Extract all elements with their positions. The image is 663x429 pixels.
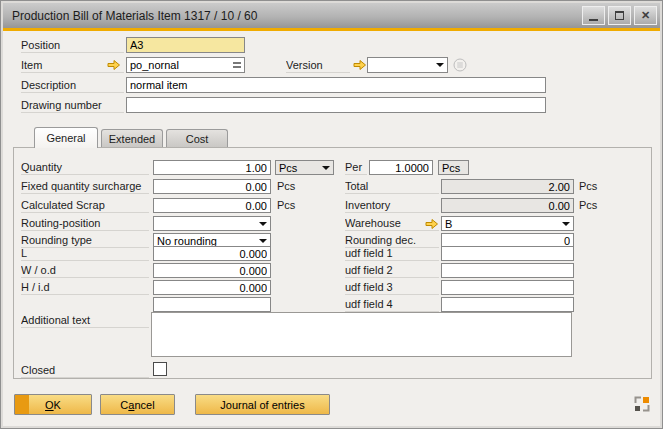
per-uom-box: Pcs <box>438 160 469 175</box>
link-arrow-icon[interactable] <box>107 59 121 71</box>
choose-from-list-icon[interactable] <box>233 62 241 68</box>
close-button[interactable]: ✕ <box>634 6 657 25</box>
udf-field-3-label: udf field 3 <box>345 280 439 295</box>
version-label: Version <box>286 58 350 73</box>
width-od-label: W / o.d <box>21 263 149 278</box>
quantity-label: Quantity <box>21 160 149 175</box>
position-label: Position <box>21 38 124 53</box>
item-field[interactable]: po_nornal <box>126 57 245 73</box>
version-dropdown[interactable] <box>367 57 448 73</box>
extra-dimension-field[interactable] <box>153 297 271 312</box>
height-id-label: H / i.d <box>21 280 149 295</box>
routing-position-label: Routing-position <box>21 216 149 231</box>
length-label: L <box>21 246 149 261</box>
total-field: 2.00 <box>441 179 574 194</box>
closed-label: Closed <box>21 363 149 378</box>
warehouse-dropdown[interactable]: B <box>441 216 574 231</box>
window-title: Production Bill of Materials Item 1317 /… <box>3 9 257 23</box>
additional-text-input[interactable] <box>151 312 572 357</box>
link-arrow-icon[interactable] <box>425 218 439 230</box>
udf-field-1-label: udf field 1 <box>345 246 439 261</box>
total-label: Total <box>345 179 439 194</box>
chevron-down-icon <box>259 222 267 230</box>
tab-extended[interactable]: Extended <box>101 129 163 148</box>
height-id-field[interactable]: 0.000 <box>153 280 271 295</box>
length-field[interactable]: 0.000 <box>153 246 271 261</box>
per-label: Per <box>345 160 367 175</box>
udf-field-2[interactable] <box>441 263 574 278</box>
inventory-unit: Pcs <box>579 198 597 213</box>
ok-button[interactable]: OK <box>14 394 92 415</box>
quantity-uom-dropdown[interactable]: Pcs <box>275 160 334 175</box>
minimize-button[interactable] <box>582 6 605 25</box>
chevron-down-icon <box>322 166 330 174</box>
inventory-field: 0.00 <box>441 198 574 213</box>
tab-cost[interactable]: Cost <box>166 129 228 148</box>
chevron-down-icon <box>562 222 570 230</box>
calculated-scrap-unit: Pcs <box>277 198 295 213</box>
fixed-surcharge-label: Fixed quantity surcharge <box>21 179 149 194</box>
udf-field-2-label: udf field 2 <box>345 263 439 278</box>
version-options-icon <box>453 58 467 72</box>
fixed-surcharge-field[interactable]: 0.00 <box>153 179 271 194</box>
width-od-field[interactable]: 0.000 <box>153 263 271 278</box>
position-field[interactable]: A3 <box>126 37 245 53</box>
journal-of-entries-button[interactable]: Journal of entries <box>195 394 330 415</box>
description-label: Description <box>21 78 124 93</box>
close-icon: ✕ <box>641 10 650 21</box>
additional-text-label: Additional text <box>21 313 149 328</box>
udf-field-4-label: udf field 4 <box>345 297 439 312</box>
cancel-button[interactable]: Cancel <box>100 394 175 415</box>
inventory-label: Inventory <box>345 198 439 213</box>
quantity-field[interactable]: 1.00 <box>153 160 271 175</box>
fixed-surcharge-unit: Pcs <box>277 179 295 194</box>
calculated-scrap-label: Calculated Scrap <box>21 198 149 213</box>
maximize-icon <box>615 11 624 20</box>
form-resize-grip-icon[interactable] <box>633 395 651 413</box>
per-field[interactable]: 1.0000 <box>369 160 433 175</box>
link-arrow-icon[interactable] <box>353 59 367 71</box>
minimize-icon <box>589 19 598 21</box>
routing-position-dropdown[interactable] <box>153 216 271 231</box>
drawing-number-field[interactable] <box>126 97 546 113</box>
window-controls: ✕ <box>582 6 657 25</box>
titlebar[interactable]: Production Bill of Materials Item 1317 /… <box>3 3 660 28</box>
drawing-number-label: Drawing number <box>21 98 124 113</box>
description-field[interactable]: normal item <box>126 77 546 93</box>
tab-general[interactable]: General <box>34 127 98 148</box>
chevron-down-icon <box>436 63 444 71</box>
accent-bar <box>3 28 660 31</box>
total-unit: Pcs <box>579 179 597 194</box>
udf-field-3[interactable] <box>441 280 574 295</box>
maximize-button[interactable] <box>608 6 631 25</box>
udf-field-1[interactable] <box>441 246 574 261</box>
calculated-scrap-field[interactable]: 0.00 <box>153 198 271 213</box>
closed-checkbox[interactable] <box>153 362 167 376</box>
bom-item-window: Production Bill of Materials Item 1317 /… <box>0 0 663 429</box>
udf-field-4[interactable] <box>441 297 574 312</box>
